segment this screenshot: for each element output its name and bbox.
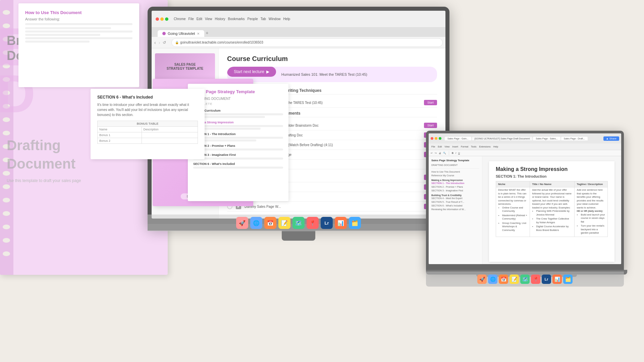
share-button[interactable]: ▲ Share	[603, 136, 620, 141]
separator	[431, 168, 479, 169]
toolbar-file[interactable]: File	[431, 145, 435, 148]
laptop-tab-1[interactable]: Sales Page - Goin...	[445, 137, 471, 140]
gs-s6: SECTION 6 - What's Included	[431, 204, 479, 207]
laptop-tab-active[interactable]: [GOING ULTRAVIOLET] Sales Page Draft Doc…	[472, 137, 533, 140]
menu-chrome: Chrome	[174, 17, 186, 21]
fmt-undo[interactable]: ↩	[431, 152, 433, 155]
doc-section-title: SECTION 1: The Introduction	[496, 174, 608, 178]
dock-folder[interactable]: 🗂️	[349, 217, 361, 229]
start-btn-label: Start next lecture	[234, 69, 264, 74]
laptop-tab-bar: Sales Page - Goin... [GOING ULTRAVIOLET]…	[445, 137, 588, 140]
tab-close-icon[interactable]: ✕	[197, 32, 200, 36]
fmt-spell[interactable]: 🔍	[443, 152, 446, 155]
draft-title2: Document	[7, 156, 75, 172]
gs-trust-section: Building Trust & Credibility	[431, 194, 479, 196]
toolbar-help[interactable]: Help	[493, 145, 498, 148]
laptop-minimize[interactable]	[435, 137, 437, 140]
dock-chrome[interactable]: 🌐	[250, 217, 262, 229]
gs-title: Sales Page Strategy Template	[431, 159, 479, 162]
menu-tab: Tab	[261, 17, 266, 21]
doc-sub: Answer the following:	[25, 17, 132, 21]
address-bar[interactable]: 🔒 goinultraviolet.teachable.com/courses/…	[171, 38, 443, 47]
menu-people: People	[248, 17, 258, 21]
laptop-dock-lr[interactable]: Lr	[542, 275, 551, 284]
item-start-btn[interactable]: Start	[424, 123, 437, 128]
tab-title: Going Ultraviolet	[168, 32, 195, 36]
laptop-dock-icon-5[interactable]: 🗺️	[520, 275, 530, 284]
gdocs-document: Making a Strong Impression SECTION 1: Th…	[489, 161, 614, 262]
laptop-tab-3[interactable]: Sales Page - Sales...	[533, 137, 560, 140]
cell-title-desc: Add the actual title of your offer follo…	[530, 187, 575, 237]
wd2-section-2: SECTION 1 - The Introduction	[193, 132, 283, 141]
tagline-ex-2: Turn your tire rental's backyard into a …	[581, 224, 605, 235]
start-next-button[interactable]: Start next lecture ▶	[227, 67, 276, 77]
sidebar-banner: SALES PAGEStrategy Template	[155, 53, 215, 80]
col3-note: HD or HR (daily words):	[577, 210, 603, 212]
section6-document: SECTION 6 - What's Included It's time to…	[91, 89, 205, 159]
gdocs-layout: Sales Page Strategy Template DRAFTING DO…	[429, 156, 621, 264]
laptop-close[interactable]	[431, 137, 433, 140]
laptop-dock-icon-1[interactable]: 🚀	[477, 275, 487, 284]
toolbar-format[interactable]: Format	[461, 145, 468, 148]
fmt-redo[interactable]: ↪	[435, 152, 437, 155]
gs-impression-section: Making a Strong Impression	[431, 179, 479, 181]
banner-title: SALES PAGEStrategy Template	[167, 63, 203, 71]
spiral-hole	[3, 184, 10, 189]
fmt-bold[interactable]: B	[452, 152, 453, 154]
back-button[interactable]: ‹	[154, 40, 156, 45]
gdocs-sidebar: Sales Page Strategy Template DRAFTING DO…	[429, 156, 482, 264]
dock-chart[interactable]: 📊	[335, 217, 347, 229]
close-dot[interactable]	[156, 17, 159, 21]
wd2-sub: DRAFTING DOCUMENT	[193, 97, 283, 101]
spiral-hole	[3, 238, 10, 243]
laptop-dock-icon-9[interactable]: 🗂️	[563, 275, 573, 284]
gs-s3: SECTION 3 - Imaginative First	[431, 189, 479, 192]
monitor-stand	[282, 231, 315, 241]
forward-button[interactable]: ›	[159, 40, 160, 45]
spiral-hole	[3, 131, 10, 135]
laptop-dock-icon-4[interactable]: 📝	[509, 275, 519, 284]
dock-calendar[interactable]: 📅	[264, 217, 276, 229]
laptop-doc-tab: [GOING ULTRAVIOLET] Sales Page Draft Doc…	[475, 137, 530, 140]
browser-tab-active[interactable]: Going Ultraviolet ✕	[158, 30, 204, 37]
laptop-dock-icon-8[interactable]: 📊	[552, 275, 562, 284]
toolbar-extensions[interactable]: Extensions	[479, 145, 490, 148]
spiral-hole	[3, 211, 10, 216]
laptop-dock-icon-2[interactable]: 🌐	[488, 275, 497, 284]
spiral-hole	[3, 10, 10, 15]
spiral-hole	[3, 225, 10, 229]
minimize-dot[interactable]	[160, 17, 164, 21]
item-start-btn[interactable]: Start	[424, 100, 437, 105]
new-tab-button[interactable]: +	[206, 30, 208, 36]
gs-sub: DRAFTING DOCUMENT	[431, 163, 479, 167]
laptop-tab-4[interactable]: Sales Page - Draft...	[561, 137, 588, 140]
niche-ex-3: Group Coaching, Live Workshops & Communi…	[502, 222, 528, 232]
s6-col-name: Name	[98, 127, 142, 132]
fmt-italic[interactable]: I	[455, 152, 456, 154]
fmt-print[interactable]: 🖨	[439, 152, 441, 154]
dock-maps[interactable]: 🗺️	[292, 217, 305, 229]
menu-edit: Edit	[197, 17, 202, 21]
dock-lr[interactable]: Lr	[321, 217, 333, 229]
how-to-document: How to Use This Document Answer the foll…	[18, 3, 139, 87]
gs-s5: SECTION 5 - True Result of T...	[431, 200, 479, 204]
impression-item-4: ▶ Dummy Sales Page W... Start	[227, 202, 437, 212]
toolbar-insert[interactable]: Insert	[452, 145, 458, 148]
item-text: Dummy Sales Page W...	[245, 205, 421, 208]
doc-table: Niche Title / No Name Tagline / Descript…	[496, 181, 608, 237]
toolbar-edit[interactable]: Edit	[438, 145, 442, 148]
dock-rocket[interactable]: 🚀	[236, 217, 248, 229]
title-ex-2: The Crew Together Collective by Nolan Am…	[536, 217, 572, 224]
laptop-dock-icon-6[interactable]: 📍	[531, 275, 540, 284]
dock-notes[interactable]: 📝	[278, 217, 290, 229]
fmt-underline[interactable]: U	[458, 152, 460, 154]
laptop-dock-icon-3[interactable]: 📅	[499, 275, 508, 284]
wd2-section-1: Making a Strong Impression	[193, 121, 283, 130]
toolbar-view[interactable]: View	[444, 145, 449, 148]
url-text: goinultraviolet.teachable.com/courses/en…	[180, 41, 263, 44]
refresh-button[interactable]: ↺	[163, 40, 166, 45]
dock-pin[interactable]: 📍	[307, 217, 319, 229]
maximize-dot[interactable]	[165, 17, 168, 21]
laptop-maximize[interactable]	[439, 137, 441, 140]
toolbar-tools[interactable]: Tools	[471, 145, 476, 148]
